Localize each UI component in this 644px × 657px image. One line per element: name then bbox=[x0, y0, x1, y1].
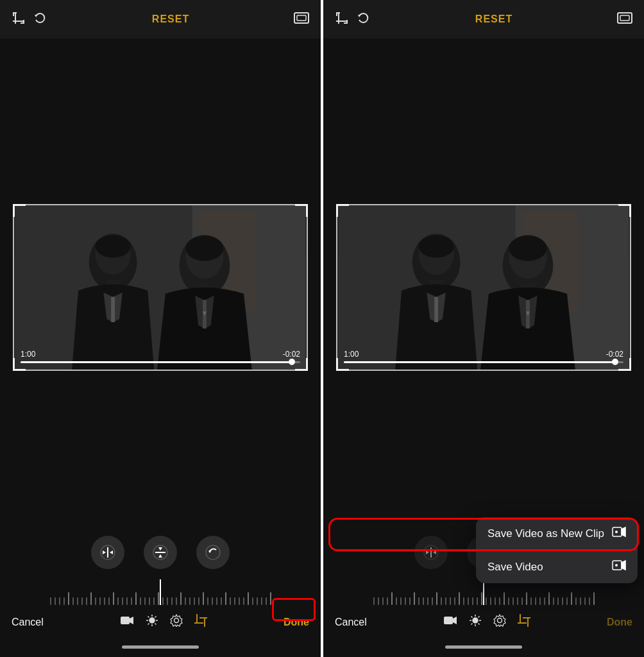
tick bbox=[557, 597, 559, 605]
left-time-current: 1:00 bbox=[21, 350, 35, 359]
tick bbox=[396, 597, 397, 605]
svg-point-70 bbox=[473, 618, 478, 623]
right-bottom-nav: Cancel bbox=[323, 605, 644, 643]
left-progress-dot bbox=[289, 359, 295, 365]
right-progress-track[interactable] bbox=[344, 361, 623, 363]
tick bbox=[391, 592, 393, 605]
tick bbox=[481, 592, 482, 605]
tick bbox=[167, 597, 168, 605]
tick bbox=[472, 597, 473, 605]
right-settings-icon[interactable] bbox=[493, 614, 506, 630]
tick bbox=[378, 597, 379, 605]
tick bbox=[207, 597, 208, 605]
tick bbox=[495, 597, 496, 605]
left-time-remaining: -0:02 bbox=[283, 350, 300, 359]
tick bbox=[68, 592, 69, 605]
tick bbox=[252, 597, 253, 605]
left-cancel-button[interactable]: Cancel bbox=[12, 617, 44, 628]
ruler-center-line bbox=[160, 579, 161, 605]
settings-icon[interactable] bbox=[170, 614, 183, 630]
tick bbox=[553, 597, 554, 605]
tick bbox=[400, 597, 402, 605]
video-content-left bbox=[14, 205, 307, 370]
tick bbox=[486, 597, 487, 605]
tick bbox=[508, 597, 509, 605]
tick bbox=[72, 597, 74, 605]
right-corner-tr bbox=[618, 204, 631, 217]
tick bbox=[203, 592, 204, 605]
tick bbox=[55, 597, 56, 605]
tick bbox=[248, 592, 249, 605]
right-video-container: 1:00 -0:02 bbox=[323, 38, 644, 529]
crop-nav-icon[interactable] bbox=[194, 614, 207, 630]
tick bbox=[149, 597, 150, 605]
svg-rect-46 bbox=[620, 15, 629, 21]
tick bbox=[64, 597, 65, 605]
tick bbox=[135, 592, 137, 605]
tick bbox=[477, 597, 478, 605]
tick bbox=[162, 597, 164, 605]
reset-button[interactable]: RESET bbox=[152, 13, 189, 25]
right-flip-horizontal-button[interactable] bbox=[414, 536, 448, 569]
tick bbox=[180, 592, 182, 605]
left-done-button[interactable]: Done bbox=[284, 617, 309, 628]
right-cancel-button[interactable]: Cancel bbox=[335, 617, 367, 628]
svg-line-78 bbox=[478, 617, 479, 618]
svg-marker-69 bbox=[453, 617, 457, 624]
tick bbox=[490, 597, 491, 605]
save-video-item[interactable]: Save Video bbox=[476, 550, 638, 583]
corner-tr bbox=[295, 204, 308, 217]
tick bbox=[221, 597, 222, 605]
flip-horizontal-button[interactable] bbox=[91, 536, 124, 569]
right-done-button[interactable]: Done bbox=[607, 617, 632, 628]
right-crop-nav-icon[interactable] bbox=[518, 614, 530, 630]
tick bbox=[261, 597, 262, 605]
tick bbox=[580, 597, 581, 605]
tick bbox=[176, 597, 177, 605]
corner-tl bbox=[13, 204, 26, 217]
right-time-labels: 1:00 -0:02 bbox=[344, 350, 623, 359]
right-nav-icons bbox=[443, 614, 530, 630]
rotate-left-button[interactable] bbox=[196, 536, 230, 569]
tick bbox=[270, 592, 271, 605]
svg-marker-2 bbox=[35, 15, 37, 17]
save-as-new-clip-item[interactable]: Save Video as New Clip bbox=[476, 517, 638, 550]
tick bbox=[216, 597, 217, 605]
tick bbox=[117, 597, 119, 605]
tick bbox=[230, 597, 231, 605]
right-video-frame: 1:00 -0:02 bbox=[336, 204, 631, 371]
tick bbox=[436, 592, 437, 605]
svg-point-24 bbox=[206, 545, 220, 559]
right-reset-button[interactable]: RESET bbox=[475, 13, 513, 25]
tick bbox=[571, 592, 572, 605]
tick bbox=[445, 597, 446, 605]
svg-point-54 bbox=[419, 235, 454, 257]
tick bbox=[158, 592, 159, 605]
tick bbox=[59, 597, 60, 605]
tick bbox=[589, 597, 590, 605]
tick bbox=[504, 592, 505, 605]
tick bbox=[144, 597, 146, 605]
right-aspect-icon[interactable] bbox=[617, 11, 632, 28]
brightness-icon[interactable] bbox=[146, 614, 158, 630]
svg-line-36 bbox=[155, 617, 156, 618]
toolbar-left-icons bbox=[12, 11, 47, 28]
video-icon[interactable] bbox=[120, 615, 134, 629]
left-progress-track[interactable] bbox=[21, 361, 300, 363]
right-brightness-icon[interactable] bbox=[469, 614, 482, 630]
aspect-ratio-icon[interactable] bbox=[294, 11, 309, 28]
video-content-right bbox=[337, 205, 630, 370]
tick bbox=[409, 597, 411, 605]
tick bbox=[418, 597, 419, 605]
right-video-icon[interactable] bbox=[443, 615, 457, 629]
tick bbox=[454, 597, 455, 605]
svg-point-12 bbox=[96, 235, 131, 257]
tick bbox=[575, 597, 577, 605]
tick bbox=[423, 597, 424, 605]
svg-point-79 bbox=[497, 619, 502, 623]
tick bbox=[593, 592, 595, 605]
right-ruler bbox=[323, 579, 644, 605]
flip-vertical-button[interactable] bbox=[144, 536, 177, 569]
svg-point-89 bbox=[615, 564, 618, 567]
left-panel: RESET bbox=[0, 0, 321, 657]
